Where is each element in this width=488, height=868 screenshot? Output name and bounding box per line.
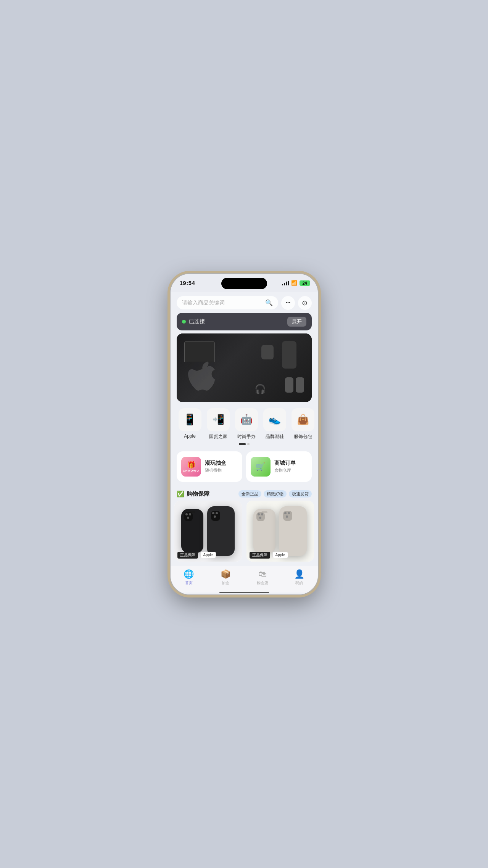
- connected-status: 已连接: [182, 318, 205, 325]
- signal-icon: [282, 281, 289, 285]
- home-indicator: [171, 593, 318, 594]
- search-input-wrapper[interactable]: 请输入商品关键词 🔍: [177, 296, 278, 309]
- category-scroll: 📱 Apple 📲 国货之家 🤖 时尚手办: [174, 407, 315, 441]
- nav-blind-box[interactable]: 📦 抽盒: [207, 569, 244, 586]
- wifi-icon: 📶: [291, 280, 297, 286]
- nav-blind-box-label: 抽盒: [222, 580, 229, 586]
- guarantee-title: 购物保障: [187, 490, 209, 498]
- blind-box-card[interactable]: 🎁 CHAOWU 潮玩抽盒 随机得物: [177, 451, 242, 482]
- nav-home[interactable]: 🌐 首页: [171, 569, 208, 586]
- connected-label: 已连接: [189, 318, 205, 325]
- category-fashion[interactable]: 🤖 时尚手办: [233, 408, 260, 440]
- blind-box-nav-icon: 📦: [221, 569, 231, 579]
- product-image-light: 正品保障 Apple: [246, 501, 314, 562]
- brand-badge-dark: Apple: [200, 552, 216, 558]
- brand-badge-light: Apple: [272, 552, 288, 558]
- product-badges-light: 正品保障 Apple: [250, 552, 288, 559]
- airpods-icon: 🎧: [254, 384, 266, 395]
- nav-profile[interactable]: 👤 我的: [281, 569, 318, 586]
- camera-search-button[interactable]: ⊙: [298, 296, 312, 310]
- expand-button[interactable]: 展开: [287, 317, 306, 327]
- profile-icon: 👤: [294, 569, 304, 579]
- more-options-button[interactable]: ···: [281, 296, 295, 310]
- nav-home-label: 首页: [185, 580, 193, 586]
- nav-cart-label: 购盒蛋: [257, 580, 268, 586]
- laptop-shape: [184, 341, 215, 362]
- category-bags[interactable]: 👜 服饰包包: [290, 408, 315, 440]
- nav-cart[interactable]: 🛍 购盒蛋: [244, 569, 281, 586]
- search-icon: 🔍: [265, 299, 273, 306]
- product-badges-dark: 正品保障 Apple: [177, 552, 216, 559]
- product-card-light[interactable]: 正品保障 Apple: [246, 501, 314, 562]
- product-image-dark: 正品保障 Apple: [174, 501, 242, 562]
- category-guochuo[interactable]: 📲 国货之家: [205, 408, 232, 440]
- home-bar: [219, 592, 269, 593]
- nav-profile-label: 我的: [295, 580, 303, 586]
- blind-box-icon: 🎁 CHAOWU: [181, 457, 201, 477]
- product-card-dark[interactable]: 正品保障 Apple: [174, 501, 242, 562]
- phone-frame: 19:54 📶 24 请输入商品关键词 🔍 ··· ⊙: [170, 273, 319, 595]
- phone-shape-hero: [282, 341, 296, 369]
- category-apple-label: Apple: [184, 433, 196, 439]
- mall-order-title: 商城订单: [274, 460, 296, 467]
- apple-logo-hero: [188, 360, 215, 387]
- hero-banner[interactable]: 🎧: [177, 333, 312, 402]
- status-bar: 19:54 📶 24: [171, 274, 318, 292]
- active-dot: [239, 443, 246, 445]
- category-bags-label: 服饰包包: [294, 433, 312, 440]
- shield-icon: ✅: [177, 490, 184, 498]
- mall-order-sub: 盒物仓库: [274, 467, 296, 473]
- dot-indicator: [174, 441, 315, 448]
- search-placeholder: 请输入商品关键词: [182, 300, 262, 306]
- mall-order-icon: 🛒: [251, 457, 271, 477]
- auth-badge-dark: 正品保障: [177, 552, 198, 559]
- tag-fast: 极速发货: [289, 490, 312, 498]
- status-time: 19:54: [180, 280, 195, 286]
- category-fashion-label: 时尚手办: [237, 433, 256, 440]
- tag-authentic: 全新正品: [238, 490, 261, 498]
- hero-inner: 🎧: [177, 333, 312, 402]
- category-shoes-label: 品牌潮鞋: [266, 433, 284, 440]
- category-guochuo-label: 国货之家: [209, 433, 227, 440]
- connected-dot-icon: [182, 320, 186, 324]
- search-area: 请输入商品关键词 🔍 ··· ⊙: [171, 292, 318, 313]
- watch-shape-hero: [261, 345, 274, 359]
- cart-icon: 🛍: [258, 569, 267, 579]
- main-content: 请输入商品关键词 🔍 ··· ⊙ 已连接 展开: [171, 292, 318, 566]
- mall-order-card[interactable]: 🛒 商城订单 盒物仓库: [246, 451, 312, 482]
- category-row: 📱 Apple 📲 国货之家 🤖 时尚手办: [171, 407, 318, 451]
- home-icon: 🌐: [184, 569, 194, 579]
- auth-badge-light: 正品保障: [250, 552, 270, 559]
- dynamic-island: [221, 278, 267, 289]
- category-shoes[interactable]: 👟 品牌潮鞋: [261, 408, 288, 440]
- status-icons: 📶 24: [282, 280, 310, 286]
- bottom-nav: 🌐 首页 📦 抽盒 🛍 购盒蛋 👤 我的: [171, 566, 318, 593]
- battery-indicator: 24: [300, 280, 310, 286]
- blind-box-title: 潮玩抽盒: [205, 460, 226, 467]
- product-grid: 正品保障 Apple: [171, 501, 318, 566]
- tag-quality: 精致好物: [264, 490, 287, 498]
- blind-box-sub: 随机得物: [205, 467, 226, 473]
- guarantee-section-header: ✅ 购物保障 全新正品 精致好物 极速发货: [171, 486, 318, 501]
- guarantee-tags: 全新正品 精致好物 极速发货: [238, 490, 312, 498]
- category-apple[interactable]: 📱 Apple: [177, 408, 203, 440]
- connected-banner: 已连接 展开: [177, 313, 312, 330]
- inactive-dot: [247, 443, 250, 445]
- quick-actions: 🎁 CHAOWU 潮玩抽盒 随机得物 🛒 商城订单 盒物仓库: [171, 451, 318, 486]
